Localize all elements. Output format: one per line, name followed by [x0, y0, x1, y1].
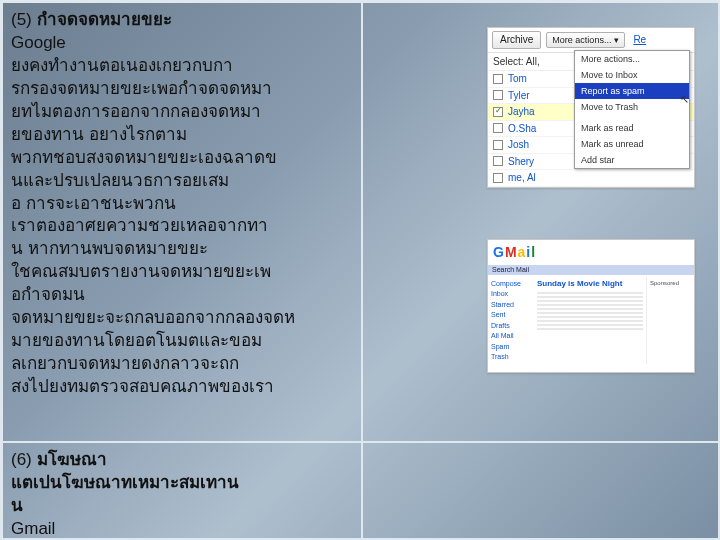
panel2-body: Compose Inbox Starred Sent Drafts All Ma…: [488, 277, 694, 365]
cursor-icon: ↖: [680, 92, 689, 107]
msg-line: [537, 320, 643, 322]
empty-cell: [362, 442, 720, 540]
section-6-company: Gmail: [11, 519, 55, 538]
sender: Shery: [508, 155, 534, 169]
sender: Tom: [508, 72, 527, 86]
section-6-title: มโฆษณา: [37, 450, 107, 469]
gmail-conversation-screenshot: GMail Search Mail Compose Inbox Starred …: [487, 239, 695, 373]
checkbox-icon[interactable]: [493, 156, 503, 166]
checkbox-icon[interactable]: [493, 74, 503, 84]
menu-mark-read[interactable]: Mark as read: [575, 120, 689, 136]
sender: Josh: [508, 138, 529, 152]
section-5-number: (5): [11, 10, 32, 29]
section-6-number: (6): [11, 450, 32, 469]
context-menu: More actions... Move to Inbox Report as …: [574, 50, 690, 169]
ads-title: Sponsored: [650, 279, 691, 287]
menu-mark-unread[interactable]: Mark as unread: [575, 136, 689, 152]
search-bar[interactable]: Search Mail: [488, 265, 694, 275]
msg-line: [537, 312, 643, 314]
panel-toolbar: Archive More actions... ▾ Re: [488, 28, 694, 53]
list-item[interactable]: me, Al: [488, 170, 694, 187]
sidebar-item[interactable]: Spam: [491, 342, 531, 351]
section-5-cell: (5) กำจดจดหมายขยะ Google ยงคงทำงานตอเนอง…: [2, 2, 362, 442]
gmail-message-list-screenshot: Archive More actions... ▾ Re Select: All…: [487, 27, 695, 188]
sender: Tyler: [508, 89, 530, 103]
sidebar-item[interactable]: Trash: [491, 352, 531, 361]
sidebar-item[interactable]: Inbox: [491, 289, 531, 298]
msg-line: [537, 292, 643, 294]
checkbox-icon[interactable]: [493, 90, 503, 100]
sender: me, Al: [508, 171, 536, 185]
sidebar-item[interactable]: Starred: [491, 300, 531, 309]
slide-table: (5) กำจดจดหมายขยะ Google ยงคงทำงานตอเนอง…: [0, 0, 720, 540]
msg-line: [537, 324, 643, 326]
gmail-logo: GMail: [488, 240, 694, 265]
menu-move-inbox[interactable]: Move to Inbox: [575, 67, 689, 83]
conversation-title: Sunday is Movie Night: [537, 279, 643, 290]
msg-line: [537, 296, 643, 298]
checkbox-icon[interactable]: [493, 140, 503, 150]
msg-line: [537, 308, 643, 310]
section-6-cell: (6) มโฆษณา แตเปนโฆษณาทเหมาะสมเทาน น Gmai…: [2, 442, 362, 540]
msg-line: [537, 304, 643, 306]
refresh-link[interactable]: Re: [630, 33, 646, 47]
menu-move-trash[interactable]: Move to Trash: [575, 99, 689, 115]
chevron-down-icon: ▾: [614, 34, 619, 46]
sender: Jayha: [508, 105, 535, 119]
menu-more-actions[interactable]: More actions...: [575, 51, 689, 67]
sidebar-item[interactable]: All Mail: [491, 331, 531, 340]
sidebar-item[interactable]: Drafts: [491, 321, 531, 330]
sidebar-item[interactable]: Sent: [491, 310, 531, 319]
msg-line: [537, 300, 643, 302]
section-5-body: ยงคงทำงานตอเนองเกยวกบกา รกรองจดหมายขยะเพ…: [11, 56, 295, 396]
menu-add-star[interactable]: Add star: [575, 152, 689, 168]
msg-line: [537, 316, 643, 318]
checkbox-icon[interactable]: [493, 123, 503, 133]
section-5-company: Google: [11, 33, 66, 52]
panel2-main: Sunday is Movie Night: [534, 277, 646, 365]
more-actions-dropdown[interactable]: More actions... ▾: [546, 32, 625, 48]
msg-line: [537, 328, 643, 330]
menu-report-spam[interactable]: Report as spam: [575, 83, 689, 99]
checkbox-icon[interactable]: ✓: [493, 107, 503, 117]
illustration-cell: Archive More actions... ▾ Re Select: All…: [362, 2, 720, 442]
sidebar-item[interactable]: Compose: [491, 279, 531, 288]
sender: O.Sha: [508, 122, 536, 136]
panel2-ads: Sponsored: [646, 277, 694, 365]
checkbox-icon[interactable]: [493, 173, 503, 183]
section-6-subtitle: แตเปนโฆษณาทเหมาะสมเทาน น: [11, 473, 239, 515]
section-5-title: กำจดจดหมายขยะ: [37, 10, 172, 29]
more-actions-label: More actions...: [552, 34, 611, 46]
select-label[interactable]: Select: All,: [493, 56, 540, 67]
archive-button[interactable]: Archive: [492, 31, 541, 49]
panel2-sidebar: Compose Inbox Starred Sent Drafts All Ma…: [488, 277, 534, 365]
